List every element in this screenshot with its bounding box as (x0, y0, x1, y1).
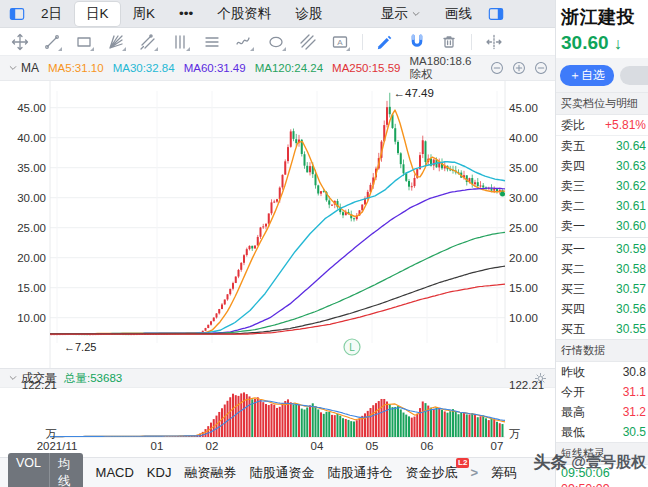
bid-row-label: 买四 (561, 301, 585, 318)
tab-kdj[interactable]: KDJ (147, 465, 172, 480)
ask-row-price: 30.62 (616, 179, 646, 193)
ask-row-price: 30.64 (616, 139, 646, 153)
ticker-time[interactable]: 09:50:06 (556, 465, 648, 481)
ask-row: 卖一30.60 (556, 216, 648, 236)
panel-toggle-left-icon[interactable] (6, 3, 28, 25)
collapse-pane-icon[interactable] (534, 61, 548, 75)
svg-text:L: L (349, 342, 355, 353)
tab-northbound-holdings[interactable]: 陆股通持仓 (327, 464, 392, 482)
tab-macd[interactable]: MACD (96, 465, 134, 480)
toolbar-divider (471, 34, 472, 50)
dropdown-corner-icon (154, 47, 158, 51)
watch-button-row: ＋自选 (556, 58, 648, 92)
draw-line-menu[interactable]: 画线 (434, 2, 483, 26)
main-candlestick-chart[interactable]: 45.0045.0040.0040.0035.0035.0030.0030.00… (0, 81, 555, 368)
market-data-value: 31.2 (623, 405, 646, 419)
svg-text:15.00: 15.00 (509, 282, 538, 294)
svg-text:30.00: 30.00 (509, 192, 538, 204)
diagnose-stock[interactable]: 诊股 (284, 2, 333, 26)
bid-row-price: 30.57 (616, 282, 646, 296)
magnet-icon[interactable] (407, 32, 427, 52)
wave-icon[interactable] (234, 32, 254, 52)
weibi-label: 委比 (561, 117, 585, 134)
dropdown-corner-icon (90, 47, 94, 51)
dropdown-corner-icon (122, 47, 126, 51)
add-watchlist-button[interactable]: ＋自选 (560, 65, 614, 86)
volume-total-label: 总量:53683 (64, 371, 122, 386)
tab-ma[interactable]: 均线 (49, 453, 83, 487)
ask-row: 卖三30.62 (556, 176, 648, 196)
svg-text:40.00: 40.00 (17, 132, 46, 144)
ma-collapse-toggle[interactable]: MA (8, 61, 39, 75)
ask-row-label: 卖二 (561, 198, 585, 215)
gann-fan-icon[interactable] (106, 32, 126, 52)
x-axis-label: 02 (206, 440, 219, 452)
bid-row-label: 买一 (561, 241, 585, 258)
period-2day[interactable]: 2日 (30, 2, 73, 26)
hatch-lines-icon[interactable] (298, 32, 318, 52)
bid-row-label: 买五 (561, 321, 585, 338)
volume-max-label-left: 122.21 (0, 379, 57, 391)
period-daily-k[interactable]: 日K (75, 2, 120, 26)
rectangle-icon[interactable] (74, 32, 94, 52)
expand-horizontal-icon[interactable] (484, 32, 504, 52)
selected-indicator-pills: VOL均线 (8, 453, 83, 487)
market-data-label: 今开 (561, 384, 585, 401)
ask-row-price: 30.63 (616, 159, 646, 173)
ticker-section-header: 短线精灵 (556, 442, 648, 465)
tab-chips[interactable]: 筹码 (491, 464, 517, 482)
svg-text:A: A (337, 37, 343, 46)
x-axis: 2021/11010204050607 (0, 440, 555, 455)
ticker-time[interactable]: 09:50:09 (556, 481, 648, 487)
pencil-icon[interactable] (375, 32, 395, 52)
weibi-row: 委比 +5.81% (556, 115, 648, 136)
svg-text:10.00: 10.00 (509, 312, 538, 324)
fib-levels-icon[interactable] (202, 32, 222, 52)
x-axis-label: 07 (491, 440, 504, 452)
quote-side-panel: 浙江建投 30.60 ↓ ＋自选 买卖档位与明细 委比 +5.81% 卖五30.… (555, 0, 648, 487)
trash-icon[interactable] (439, 32, 459, 52)
market-data-label: 昨收 (561, 364, 585, 381)
panel-toggle-right-icon[interactable] (485, 3, 507, 25)
tab-northbound-funds[interactable]: 陆股通资金 (249, 464, 314, 482)
secondary-button-clipped[interactable] (620, 66, 648, 85)
stock-trading-app-window: 2日日K周K•••个股资料诊股显示画线 A MAMA5:31.10MA30:32… (0, 0, 648, 487)
zoom-in-icon[interactable] (512, 61, 526, 75)
tab-fund-bottom-fishing[interactable]: 资金抄底L2 (405, 464, 457, 482)
trendline-icon[interactable] (42, 32, 62, 52)
ask-ladder: 卖五30.64卖四30.63卖三30.62卖二30.61卖一30.60 (556, 136, 648, 236)
ellipse-icon[interactable] (266, 32, 286, 52)
tab-vol[interactable]: VOL (8, 453, 49, 487)
svg-text:←47.49: ←47.49 (394, 87, 434, 99)
indicator-tab-bar: VOL均线MACDKDJ融资融券陆股通资金陆股通持仓资金抄底L2>筹码 (0, 457, 555, 487)
ask-row-label: 卖一 (561, 218, 585, 235)
pitchfork-icon[interactable] (138, 32, 158, 52)
tab-margin-trading[interactable]: 融资融券 (184, 464, 236, 482)
bid-row-price: 30.58 (616, 262, 646, 276)
period-more[interactable]: ••• (168, 3, 204, 24)
zoom-out-icon[interactable] (490, 61, 504, 75)
short-term-ticker-list: 09:50:0609:50:0909:50:09 (556, 465, 648, 487)
bid-row: 买五30.55 (556, 319, 648, 339)
svg-text:10.00: 10.00 (17, 312, 46, 324)
display-menu[interactable]: 显示 (370, 2, 432, 26)
volume-max-label-right: 122.21 (509, 379, 544, 391)
text-label-icon[interactable]: A (330, 32, 350, 52)
ma-value-label-5: MA180:18.6除权 (410, 55, 472, 82)
svg-text:45.00: 45.00 (509, 102, 538, 114)
tab-more[interactable]: > (470, 465, 478, 480)
market-data-label: 最低 (561, 424, 585, 441)
svg-text:20.00: 20.00 (17, 252, 46, 264)
stock-info[interactable]: 个股资料 (206, 2, 282, 26)
x-axis-label: 04 (311, 440, 324, 452)
ma-value-label-2: MA60:31.49 (184, 62, 246, 74)
time-zones-icon[interactable] (170, 32, 190, 52)
dropdown-corner-icon (282, 47, 286, 51)
move-icon[interactable] (10, 32, 30, 52)
period-weekly-k[interactable]: 周K (122, 2, 167, 26)
market-data-value: 31.1 (623, 385, 646, 399)
volume-chart[interactable] (0, 389, 555, 438)
ask-row-price: 30.61 (616, 199, 646, 213)
ma-value-label-0: MA5:31.10 (48, 62, 104, 74)
ask-row: 卖四30.63 (556, 156, 648, 176)
